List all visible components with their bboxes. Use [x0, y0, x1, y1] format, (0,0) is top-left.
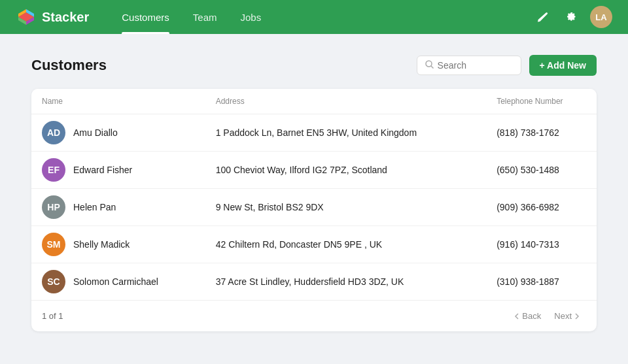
table-head: Name Address Telephone Number	[31, 89, 597, 114]
table-row[interactable]: HP Helen Pan 9 New St, Bristol BS2 9DX(9…	[31, 189, 597, 226]
name-cell: HP Helen Pan	[42, 195, 195, 219]
table-row[interactable]: AD Amu Diallo 1 Paddock Ln, Barnet EN5 3…	[31, 114, 597, 152]
col-address: Address	[205, 89, 486, 114]
nav-customers[interactable]: Customers	[110, 0, 181, 34]
search-icon	[425, 60, 434, 71]
table-row[interactable]: SM Shelly Madick 42 Chiltern Rd, Doncast…	[31, 226, 597, 263]
name-cell: EF Edward Fisher	[42, 158, 195, 182]
chevron-right-icon	[573, 312, 581, 320]
customer-address-cell: 37 Acre St Lindley, Huddersfield HD3 3DZ…	[205, 263, 486, 301]
brand-logo	[16, 7, 37, 27]
avatar: HP	[42, 195, 65, 219]
customer-address-cell: 100 Cheviot Way, Ilford IG2 7PZ, Scotlan…	[205, 152, 486, 189]
customer-phone-cell: (909) 366-6982	[486, 189, 597, 226]
customer-phone-cell: (916) 140-7313	[486, 226, 597, 263]
nav-jobs[interactable]: Jobs	[229, 0, 273, 34]
nav-links: Customers Team Jobs	[110, 0, 532, 34]
customer-phone-cell: (818) 738-1762	[486, 114, 597, 152]
header-actions: + Add New	[417, 55, 597, 76]
customers-table: Name Address Telephone Number AD Amu Dia…	[31, 89, 597, 300]
page-info: 1 of 1	[42, 311, 63, 321]
customers-table-card: Name Address Telephone Number AD Amu Dia…	[31, 89, 597, 331]
main-content: Customers + Add New Name Address Tele	[0, 34, 628, 352]
table-row[interactable]: SC Solomon Carmichael 37 Acre St Lindley…	[31, 263, 597, 301]
brand-name: Stacker	[42, 10, 89, 25]
col-telephone: Telephone Number	[486, 89, 597, 114]
col-name: Name	[31, 89, 205, 114]
avatar: EF	[42, 158, 65, 182]
edit-icon-button[interactable]	[532, 7, 553, 27]
back-label: Back	[522, 311, 541, 321]
customer-name: Solomon Carmichael	[73, 276, 158, 287]
customer-address-cell: 1 Paddock Ln, Barnet EN5 3HW, United Kin…	[205, 114, 486, 152]
customer-name-cell: SM Shelly Madick	[31, 226, 205, 263]
svg-point-5	[426, 61, 432, 67]
settings-icon-button[interactable]	[561, 7, 582, 27]
avatar: AD	[42, 121, 65, 144]
add-new-button[interactable]: + Add New	[529, 55, 597, 76]
customer-name: Shelly Madick	[73, 239, 130, 250]
pagination: 1 of 1 Back Next	[31, 300, 597, 331]
customer-name-cell: EF Edward Fisher	[31, 152, 205, 189]
user-avatar-button[interactable]: LA	[590, 6, 612, 28]
svg-line-6	[431, 66, 434, 69]
name-cell: SC Solomon Carmichael	[42, 270, 195, 293]
customer-address-cell: 9 New St, Bristol BS2 9DX	[205, 189, 486, 226]
back-button[interactable]: Back	[508, 308, 546, 323]
next-button[interactable]: Next	[549, 308, 586, 323]
customer-name: Amu Diallo	[73, 127, 118, 138]
avatar: SM	[42, 233, 65, 256]
navbar: Stacker Customers Team Jobs LA	[0, 0, 628, 34]
customer-name-cell: SC Solomon Carmichael	[31, 263, 205, 301]
page-header: Customers + Add New	[31, 55, 597, 76]
navbar-actions: LA	[532, 6, 612, 28]
page-nav: Back Next	[508, 308, 586, 323]
table-body: AD Amu Diallo 1 Paddock Ln, Barnet EN5 3…	[31, 114, 597, 301]
search-input[interactable]	[438, 60, 513, 71]
gear-icon	[567, 12, 577, 22]
chevron-left-icon	[513, 312, 521, 320]
next-label: Next	[554, 311, 572, 321]
customer-name-cell: AD Amu Diallo	[31, 114, 205, 152]
name-cell: SM Shelly Madick	[42, 233, 195, 256]
customer-phone-cell: (310) 938-1887	[486, 263, 597, 301]
brand: Stacker	[16, 7, 89, 27]
customer-phone-cell: (650) 530-1488	[486, 152, 597, 189]
customer-name: Helen Pan	[73, 202, 116, 212]
search-box	[417, 56, 521, 75]
nav-team[interactable]: Team	[181, 0, 229, 34]
avatar: SC	[42, 270, 65, 293]
name-cell: AD Amu Diallo	[42, 121, 195, 144]
page-title: Customers	[31, 57, 107, 74]
table-row[interactable]: EF Edward Fisher 100 Cheviot Way, Ilford…	[31, 152, 597, 189]
customer-address-cell: 42 Chiltern Rd, Doncaster DN5 9PE , UK	[205, 226, 486, 263]
customer-name-cell: HP Helen Pan	[31, 189, 205, 226]
pencil-icon	[538, 12, 548, 22]
customer-name: Edward Fisher	[73, 165, 132, 175]
